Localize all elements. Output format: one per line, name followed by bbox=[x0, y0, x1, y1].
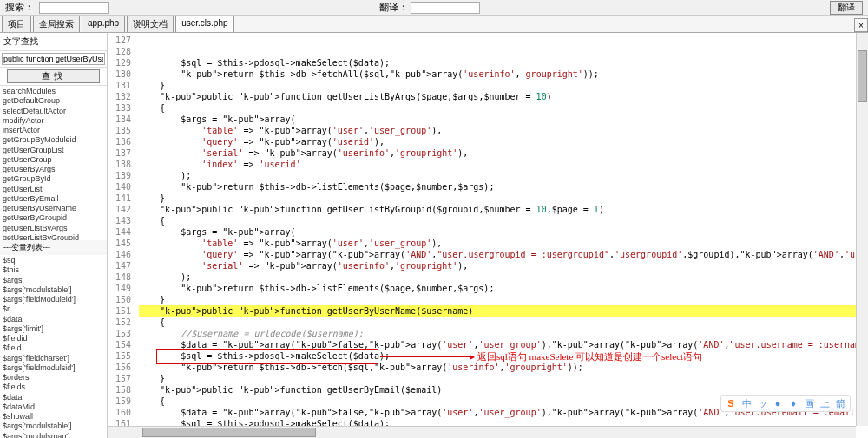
annotation-text: 返回sql语句 makeSelete 可以知道是创建一个select语句 bbox=[477, 350, 702, 363]
var-item[interactable]: $showall bbox=[3, 412, 104, 422]
line-number: 141 bbox=[108, 193, 131, 204]
scrollbar-horizontal[interactable] bbox=[108, 426, 856, 438]
method-item[interactable]: getUserGroupList bbox=[3, 146, 104, 155]
find-button[interactable]: 查找 bbox=[7, 69, 100, 83]
method-item[interactable]: getUserGroup bbox=[3, 155, 104, 165]
method-item[interactable]: searchModules bbox=[3, 87, 104, 96]
method-item[interactable]: getUserByGroupid bbox=[3, 213, 104, 223]
translate-input[interactable] bbox=[411, 2, 480, 14]
line-number: 155 bbox=[108, 350, 131, 362]
code-line: "k-pub">public "k-pub">function getUserL… bbox=[139, 91, 865, 102]
var-item[interactable]: $args['limit'] bbox=[3, 324, 104, 334]
tab-2[interactable]: app.php bbox=[82, 16, 125, 32]
scrollbar-vertical[interactable] bbox=[856, 33, 868, 426]
code-line: } bbox=[139, 373, 865, 384]
sidebar-search-input[interactable] bbox=[2, 53, 105, 65]
line-number: 139 bbox=[108, 170, 131, 181]
method-item[interactable]: getUserListByArgs bbox=[3, 224, 104, 233]
ime-icon[interactable]: 画 bbox=[803, 397, 815, 409]
var-item[interactable]: $orders bbox=[3, 373, 104, 382]
var-item[interactable]: $fieldid bbox=[3, 334, 104, 343]
ime-icon[interactable]: 中 bbox=[740, 397, 753, 409]
var-item[interactable]: $dataMid bbox=[3, 402, 104, 412]
var-item[interactable]: $args['fieldModuleid'] bbox=[3, 295, 104, 304]
line-number: 136 bbox=[108, 136, 131, 147]
code-line: "k-pub">public "k-pub">function getUserB… bbox=[139, 305, 865, 317]
ime-icon[interactable]: ッ bbox=[756, 397, 768, 409]
line-number: 147 bbox=[108, 260, 131, 271]
code-area[interactable]: $sql = $this->pdosql->makeSelect($data);… bbox=[135, 33, 868, 438]
method-item[interactable]: selectDefaultActor bbox=[3, 107, 104, 116]
scrollbar-thumb[interactable] bbox=[142, 428, 316, 437]
var-item[interactable]: $r bbox=[3, 304, 104, 314]
annotation-arrow bbox=[380, 356, 474, 357]
code-line: 'index' => 'userid' bbox=[139, 159, 865, 170]
line-number: 156 bbox=[108, 362, 131, 373]
line-number: 154 bbox=[108, 339, 131, 350]
code-line: ); bbox=[139, 170, 865, 181]
ime-icon[interactable]: ♦ bbox=[787, 397, 799, 409]
line-number: 149 bbox=[108, 283, 131, 294]
translate-button[interactable]: 翻译 bbox=[830, 1, 863, 15]
scrollbar-thumb[interactable] bbox=[858, 50, 867, 102]
code-line: //$username = urldecode($username); bbox=[139, 328, 865, 339]
method-item[interactable]: modifyActor bbox=[3, 116, 104, 126]
line-number: 158 bbox=[108, 384, 131, 396]
line-number: 143 bbox=[108, 215, 131, 226]
annotation-box bbox=[156, 349, 378, 364]
tab-1[interactable]: 全局搜索 bbox=[33, 16, 80, 32]
line-number: 146 bbox=[108, 249, 131, 260]
var-item[interactable]: $args['modulstable'] bbox=[3, 422, 104, 431]
line-number: 133 bbox=[108, 102, 131, 114]
sogou-icon[interactable]: S bbox=[725, 397, 737, 409]
method-item[interactable]: getUserByEmail bbox=[3, 194, 104, 204]
translate-label: 翻译： bbox=[379, 2, 408, 12]
ime-floatbar: S 中ッ●♦画上箭 bbox=[720, 395, 851, 412]
ime-icon[interactable]: 上 bbox=[819, 397, 831, 409]
var-item[interactable]: $data bbox=[3, 393, 104, 402]
method-list: searchModulesgetDefaultGroupselectDefaul… bbox=[0, 86, 107, 240]
var-item[interactable]: $args['fieldcharset'] bbox=[3, 354, 104, 363]
var-item[interactable]: $field bbox=[3, 343, 104, 353]
method-item[interactable]: getUserByUserName bbox=[3, 204, 104, 213]
line-number: 148 bbox=[108, 271, 131, 283]
method-item[interactable]: getGroupById bbox=[3, 174, 104, 184]
close-tab-button[interactable]: × bbox=[854, 18, 868, 32]
line-number: 140 bbox=[108, 181, 131, 193]
var-item[interactable]: $args bbox=[3, 276, 104, 285]
method-item[interactable]: getUserByArgs bbox=[3, 165, 104, 174]
var-item[interactable]: $args['modulsmap'] bbox=[3, 432, 104, 438]
code-line: ); bbox=[139, 271, 865, 283]
sidebar: 文字查找 查找 searchModulesgetDefaultGroupsele… bbox=[0, 33, 108, 438]
line-number: 128 bbox=[108, 46, 131, 57]
topbar: 搜索： 翻译： 翻译 bbox=[0, 0, 868, 16]
method-item[interactable]: getDefaultGroup bbox=[3, 96, 104, 106]
tab-0[interactable]: 项目 bbox=[2, 16, 31, 32]
tab-3[interactable]: 说明文档 bbox=[127, 16, 174, 32]
line-number: 134 bbox=[108, 114, 131, 125]
method-item[interactable]: getUserList bbox=[3, 185, 104, 194]
tabstrip: 项目全局搜索app.php说明文档user.cls.php × bbox=[0, 16, 868, 33]
method-item[interactable]: insertActor bbox=[3, 126, 104, 135]
method-item[interactable]: getUserListByGroupid bbox=[3, 233, 104, 240]
line-number: 135 bbox=[108, 125, 131, 136]
line-number: 142 bbox=[108, 204, 131, 215]
line-number: 131 bbox=[108, 80, 131, 91]
var-item[interactable]: $this bbox=[3, 265, 104, 275]
method-item[interactable]: getGroupByModuleid bbox=[3, 135, 104, 145]
code-line: 'serial' => "k-pub">array('userinfo','gr… bbox=[139, 260, 865, 271]
var-item[interactable]: $args['fieldmodulsid'] bbox=[3, 363, 104, 373]
var-item[interactable]: $fields bbox=[3, 382, 104, 392]
ime-icon[interactable]: 箭 bbox=[834, 397, 846, 409]
ime-icon[interactable]: ● bbox=[772, 397, 784, 409]
line-number: 130 bbox=[108, 69, 131, 80]
tab-4[interactable]: user.cls.php bbox=[175, 16, 233, 32]
search-input[interactable] bbox=[39, 2, 108, 14]
var-item[interactable]: $data bbox=[3, 315, 104, 324]
var-item[interactable]: $args['modulstable'] bbox=[3, 285, 104, 295]
code-line: } bbox=[139, 80, 865, 91]
line-number: 159 bbox=[108, 396, 131, 407]
var-list: $sql$this$args$args['modulstable']$args[… bbox=[0, 255, 107, 438]
var-item[interactable]: $sql bbox=[3, 256, 104, 265]
line-number: 132 bbox=[108, 91, 131, 102]
